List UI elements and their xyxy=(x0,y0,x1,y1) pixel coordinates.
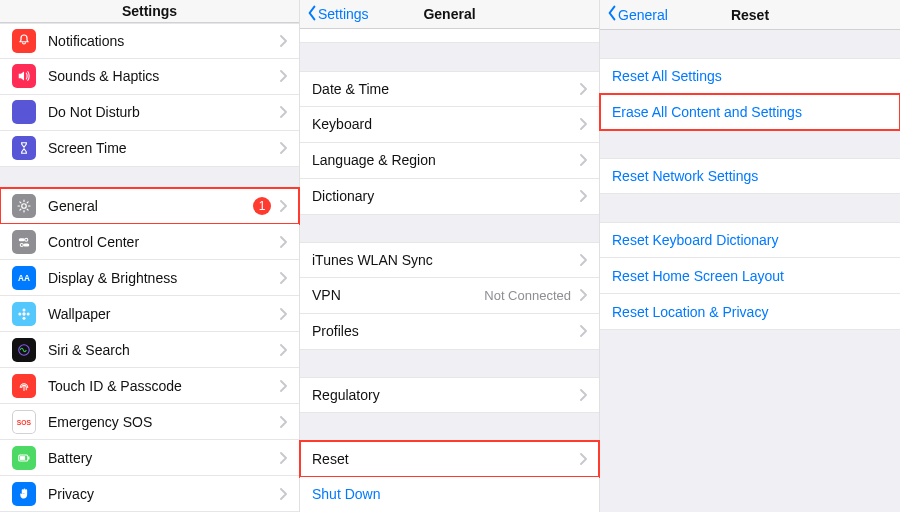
notification-badge: 1 xyxy=(253,197,271,215)
settings-row-siri-search[interactable]: Siri & Search xyxy=(0,332,299,368)
row-label: Keyboard xyxy=(312,116,579,132)
row-label: Date & Time xyxy=(312,81,579,97)
row-label: Reset Network Settings xyxy=(612,168,888,184)
settings-pane: Settings NotificationsSounds & HapticsDo… xyxy=(0,0,300,512)
general-row-keyboard[interactable]: Keyboard xyxy=(300,107,599,143)
chevron-right-icon xyxy=(279,308,287,320)
settings-row-touch-id-passcode[interactable]: Touch ID & Passcode xyxy=(0,368,299,404)
row-label: General xyxy=(48,198,253,214)
settings-row-general[interactable]: General1 xyxy=(0,188,299,224)
settings-row-wallpaper[interactable]: Wallpaper xyxy=(0,296,299,332)
settings-title: Settings xyxy=(122,3,177,19)
chevron-right-icon xyxy=(279,200,287,212)
general-row-language-region[interactable]: Language & Region xyxy=(300,143,599,179)
reset-row-erase-all-content-and-settings[interactable]: Erase All Content and Settings xyxy=(600,94,900,130)
general-row-date-time[interactable]: Date & Time xyxy=(300,71,599,107)
row-label: Language & Region xyxy=(312,152,579,168)
row-label: Display & Brightness xyxy=(48,270,279,286)
settings-row-emergency-sos[interactable]: SOSEmergency SOS xyxy=(0,404,299,440)
svg-point-10 xyxy=(27,312,30,315)
chevron-right-icon xyxy=(579,254,587,266)
fingerprint-icon xyxy=(12,374,36,398)
reset-row-reset-keyboard-dictionary[interactable]: Reset Keyboard Dictionary xyxy=(600,222,900,258)
chevron-right-icon xyxy=(279,344,287,356)
reset-row-reset-location-privacy[interactable]: Reset Location & Privacy xyxy=(600,294,900,330)
chevron-left-icon xyxy=(306,5,318,24)
general-row-reset[interactable]: Reset xyxy=(300,441,599,477)
reset-nav: General Reset xyxy=(600,0,900,30)
hand-icon xyxy=(12,482,36,506)
shut-down-row[interactable]: Shut Down xyxy=(300,477,599,512)
chevron-right-icon xyxy=(279,70,287,82)
svg-point-4 xyxy=(20,243,23,246)
aa-icon: AA xyxy=(12,266,36,290)
row-label: Dictionary xyxy=(312,188,579,204)
svg-rect-3 xyxy=(23,243,29,246)
back-to-settings-button[interactable]: Settings xyxy=(306,5,369,24)
row-label: Reset All Settings xyxy=(612,68,888,84)
settings-row-notifications[interactable]: Notifications xyxy=(0,23,299,59)
section-gap xyxy=(300,215,599,242)
row-label: Touch ID & Passcode xyxy=(48,378,279,394)
section-gap xyxy=(300,350,599,377)
svg-rect-14 xyxy=(28,456,29,459)
chevron-right-icon xyxy=(279,272,287,284)
chevron-right-icon xyxy=(579,190,587,202)
general-row-itunes-wlan-sync[interactable]: iTunes WLAN Sync xyxy=(300,242,599,278)
row-label: Sounds & Haptics xyxy=(48,68,279,84)
row-label: Regulatory xyxy=(312,387,579,403)
settings-row-battery[interactable]: Battery xyxy=(0,440,299,476)
chevron-right-icon xyxy=(579,453,587,465)
row-label: VPN xyxy=(312,287,484,303)
chevron-right-icon xyxy=(579,154,587,166)
chevron-right-icon xyxy=(579,325,587,337)
battery-icon xyxy=(12,446,36,470)
svg-point-6 xyxy=(22,312,25,315)
row-label: Privacy xyxy=(48,486,279,502)
settings-row-do-not-disturb[interactable]: Do Not Disturb xyxy=(0,95,299,131)
row-label: Battery xyxy=(48,450,279,466)
row-label: Wallpaper xyxy=(48,306,279,322)
row-label: Siri & Search xyxy=(48,342,279,358)
reset-row-reset-all-settings[interactable]: Reset All Settings xyxy=(600,58,900,94)
back-label: Settings xyxy=(318,6,369,22)
chevron-right-icon xyxy=(279,380,287,392)
chevron-right-icon xyxy=(279,142,287,154)
chevron-right-icon xyxy=(279,416,287,428)
general-row-dictionary[interactable]: Dictionary xyxy=(300,179,599,215)
chevron-right-icon xyxy=(279,488,287,500)
svg-rect-1 xyxy=(19,238,25,241)
reset-row-reset-home-screen-layout[interactable]: Reset Home Screen Layout xyxy=(600,258,900,294)
general-row-regulatory[interactable]: Regulatory xyxy=(300,377,599,413)
svg-point-9 xyxy=(18,312,21,315)
settings-row-privacy[interactable]: Privacy xyxy=(0,476,299,512)
settings-row-control-center[interactable]: Control Center xyxy=(0,224,299,260)
back-to-general-button[interactable]: General xyxy=(606,5,668,24)
settings-row-screen-time[interactable]: Screen Time xyxy=(0,131,299,167)
settings-row-sounds-haptics[interactable]: Sounds & Haptics xyxy=(0,59,299,95)
general-row-profiles[interactable]: Profiles xyxy=(300,314,599,350)
section-gap xyxy=(600,30,900,58)
partial-row xyxy=(300,29,599,43)
section-gap xyxy=(300,43,599,70)
chevron-right-icon xyxy=(579,118,587,130)
row-label: Reset Keyboard Dictionary xyxy=(612,232,888,248)
row-label: Do Not Disturb xyxy=(48,104,279,120)
speaker-icon xyxy=(12,64,36,88)
reset-row-reset-network-settings[interactable]: Reset Network Settings xyxy=(600,158,900,194)
chevron-right-icon xyxy=(279,106,287,118)
chevron-right-icon xyxy=(579,289,587,301)
empty-space xyxy=(600,330,900,512)
flower-icon xyxy=(12,302,36,326)
siri-icon xyxy=(12,338,36,362)
row-label: Control Center xyxy=(48,234,279,250)
chevron-right-icon xyxy=(279,452,287,464)
reset-pane: General Reset Reset All SettingsErase Al… xyxy=(600,0,900,512)
gear-icon xyxy=(12,194,36,218)
settings-row-display-brightness[interactable]: AADisplay & Brightness xyxy=(0,260,299,296)
general-row-vpn[interactable]: VPNNot Connected xyxy=(300,278,599,314)
row-label: Profiles xyxy=(312,323,579,339)
reset-title: Reset xyxy=(731,7,769,23)
chevron-right-icon xyxy=(279,35,287,47)
section-gap xyxy=(300,413,599,440)
